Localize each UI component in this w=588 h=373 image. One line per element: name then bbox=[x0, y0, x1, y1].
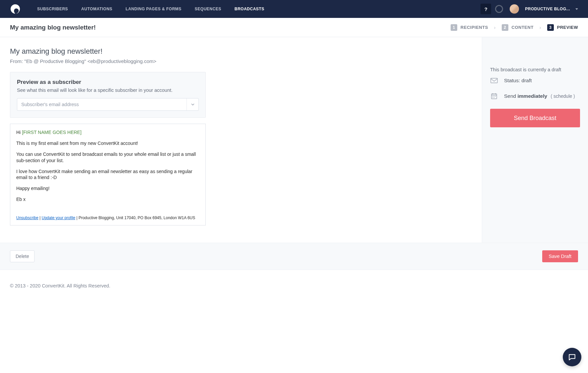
nav-broadcasts[interactable]: BROADCASTS bbox=[235, 0, 264, 18]
nav-sequences[interactable]: SEQUENCES bbox=[195, 0, 221, 18]
merge-tag: [FIRST NAME GOES HERE] bbox=[22, 130, 81, 135]
nav-subscribers[interactable]: SUBSCRIBERS bbox=[37, 0, 68, 18]
dropdown-toggle[interactable] bbox=[186, 98, 198, 110]
help-button[interactable]: ? bbox=[480, 4, 491, 14]
step-preview[interactable]: 3 PREVIEW bbox=[547, 24, 578, 31]
wizard-steps: 1 RECIPIENTS › 2 CONTENT › 3 PREVIEW bbox=[451, 24, 578, 31]
send-broadcast-button[interactable]: Send Broadcast bbox=[490, 109, 580, 127]
step-num: 1 bbox=[451, 24, 457, 31]
step-recipients[interactable]: 1 RECIPIENTS bbox=[451, 24, 488, 31]
preview-heading: Preview as a subscriber bbox=[17, 79, 199, 86]
broadcast-title: My amazing blog newsletter! bbox=[10, 24, 96, 31]
from-line: From: "Eb @ Productive Blogging" <eb@pro… bbox=[10, 58, 472, 64]
email-footer: Unsubscribe | Update your profile | Prod… bbox=[16, 215, 199, 220]
step-label: CONTENT bbox=[512, 25, 534, 30]
chevron-right-icon: › bbox=[494, 25, 496, 30]
nav-automations[interactable]: AUTOMATIONS bbox=[81, 0, 112, 18]
unsubscribe-link[interactable]: Unsubscribe bbox=[16, 216, 38, 220]
calendar-icon bbox=[490, 93, 498, 99]
status-row: Status: draft bbox=[490, 78, 580, 84]
loading-icon bbox=[495, 5, 503, 13]
delete-button[interactable]: Delete bbox=[10, 250, 35, 262]
step-label: PREVIEW bbox=[557, 25, 578, 30]
step-label: RECIPIENTS bbox=[461, 25, 488, 30]
email-preview-pane: Hi [FIRST NAME GOES HERE] This is my fir… bbox=[10, 124, 206, 225]
step-num: 3 bbox=[547, 24, 554, 31]
chevron-down-icon bbox=[575, 8, 578, 10]
email-subject: My amazing blog newsletter! bbox=[10, 47, 472, 56]
email-signoff: Eb x bbox=[16, 196, 199, 203]
preview-as-subscriber-box: Preview as a subscriber See what this em… bbox=[10, 72, 206, 118]
bottom-action-bar: Delete Save Draft bbox=[0, 243, 588, 270]
chevron-right-icon: › bbox=[540, 25, 541, 30]
email-body-line: You can use ConvertKit to send broadcast… bbox=[16, 151, 199, 164]
avatar[interactable] bbox=[510, 4, 519, 14]
email-body-line: This is my first email sent from my new … bbox=[16, 140, 199, 147]
subscriber-email-input[interactable] bbox=[17, 98, 186, 110]
preview-description: See what this email will look like for a… bbox=[17, 88, 199, 93]
top-nav-bar: SUBSCRIBERS AUTOMATIONS LANDING PAGES & … bbox=[0, 0, 588, 18]
email-greeting: Hi [FIRST NAME GOES HERE] bbox=[16, 129, 199, 136]
nav-landing-pages[interactable]: LANDING PAGES & FORMS bbox=[126, 0, 182, 18]
svg-rect-0 bbox=[491, 78, 497, 83]
account-menu[interactable]: PRODUCTIVE BLOG... bbox=[525, 7, 570, 11]
schedule-link[interactable]: schedule bbox=[553, 93, 572, 99]
step-content[interactable]: 2 CONTENT bbox=[502, 24, 534, 31]
envelope-icon bbox=[490, 78, 498, 83]
page-footer: © 2013 - 2020 ConvertKit. All Rights Res… bbox=[0, 270, 588, 302]
app-logo[interactable] bbox=[10, 4, 21, 14]
right-sidebar: This broadcast is currently a draft Stat… bbox=[482, 37, 588, 243]
email-body-line: I love how ConvertKit make sending an em… bbox=[16, 168, 199, 181]
update-profile-link[interactable]: Update your profile bbox=[42, 216, 75, 220]
main-nav: SUBSCRIBERS AUTOMATIONS LANDING PAGES & … bbox=[37, 0, 264, 18]
step-num: 2 bbox=[502, 24, 508, 31]
save-draft-button[interactable]: Save Draft bbox=[542, 250, 578, 262]
subheader: My amazing blog newsletter! 1 RECIPIENTS… bbox=[0, 18, 588, 37]
subscriber-email-combo[interactable] bbox=[17, 98, 199, 111]
email-body-line: Happy emailing! bbox=[16, 185, 199, 192]
footer-address: Productive Blogging, Unit 17040, PO Box … bbox=[79, 216, 195, 220]
copyright: © 2013 - 2020 ConvertKit. All Rights Res… bbox=[10, 283, 110, 288]
schedule-row: Send immediately ( schedule ) bbox=[490, 93, 580, 99]
draft-note: This broadcast is currently a draft bbox=[490, 67, 580, 72]
